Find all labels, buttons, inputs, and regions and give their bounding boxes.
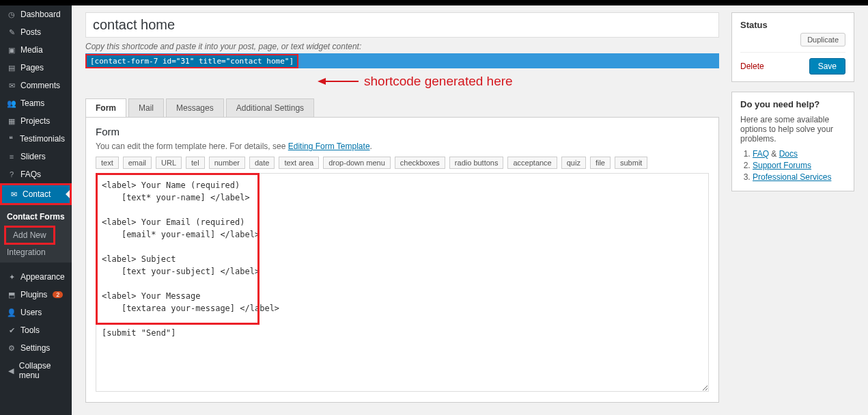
main-content: Copy this shortcode and paste it into yo…: [72, 5, 868, 415]
help-title: Do you need help?: [740, 99, 845, 109]
sidebar-item-label: Posts: [20, 27, 41, 37]
collapse-icon: ◀: [7, 366, 15, 375]
status-title: Status: [740, 20, 845, 30]
tag-btn-url[interactable]: URL: [156, 157, 182, 169]
submenu-heading: Contact Forms: [0, 208, 72, 226]
gauge-icon: ◷: [7, 10, 16, 19]
sidebar-item-label: Plugins: [20, 290, 47, 299]
sidebar-item-tools[interactable]: ✔Tools: [0, 321, 72, 339]
sidebar-submenu: Contact Forms Add New Integration: [0, 205, 72, 263]
sidebar-item-label: FAQs: [20, 170, 41, 179]
tag-btn-checkboxes[interactable]: checkboxes: [395, 157, 445, 169]
shortcode-text[interactable]: [contact-form-7 id="31" title="contact h…: [85, 54, 298, 68]
tab-mail[interactable]: Mail: [128, 98, 164, 117]
sidebar-item-plugins[interactable]: ⬒Plugins2: [0, 286, 72, 304]
help-item-faq-docs: FAQ & Docs: [753, 149, 845, 159]
help-link-pro[interactable]: Professional Services: [753, 172, 831, 182]
sidebar-item-faqs[interactable]: ?FAQs: [0, 165, 72, 183]
help-link-docs[interactable]: Docs: [779, 149, 798, 159]
submenu-item-integration[interactable]: Integration: [0, 245, 72, 260]
sidebar-item-sliders[interactable]: ≡Sliders: [0, 148, 72, 165]
tag-btn-number[interactable]: number: [209, 157, 245, 169]
tag-btn-tel[interactable]: tel: [186, 157, 205, 169]
tag-btn-textarea[interactable]: text area: [279, 157, 319, 169]
sidebar-item-label: Media: [20, 45, 43, 55]
plug-icon: ⬒: [7, 291, 16, 299]
tag-btn-submit[interactable]: submit: [615, 157, 647, 169]
tag-generator-buttons: text email URL tel number date text area…: [96, 157, 709, 169]
shortcode-hint: Copy this shortcode and paste it into yo…: [85, 42, 719, 51]
user-icon: 👤: [7, 308, 16, 317]
sidebar-item-media[interactable]: ▣Media: [0, 41, 72, 59]
form-title-input[interactable]: [85, 12, 719, 38]
status-postbox: Status Duplicate Delete Save: [731, 12, 854, 82]
duplicate-button[interactable]: Duplicate: [800, 33, 845, 46]
tag-btn-quiz[interactable]: quiz: [561, 157, 586, 169]
arrow-icon: [318, 77, 359, 86]
shortcode-bar[interactable]: [contact-form-7 id="31" title="contact h…: [85, 53, 719, 68]
sidebar-item-pages[interactable]: ▤Pages: [0, 59, 72, 77]
tab-form[interactable]: Form: [85, 98, 126, 117]
sidebar-item-appearance[interactable]: ✦Appearance: [0, 268, 72, 286]
tag-btn-text[interactable]: text: [96, 157, 119, 169]
annotation-arrow: shortcode generated here: [318, 74, 719, 89]
form-template-textarea[interactable]: [96, 173, 709, 392]
tab-messages[interactable]: Messages: [166, 98, 224, 117]
pages-icon: ▤: [7, 64, 16, 72]
help-item-pro: Professional Services: [753, 172, 845, 182]
mail-icon: ✉: [9, 190, 18, 199]
help-link-faq[interactable]: FAQ: [753, 149, 769, 159]
slider-icon: ≡: [7, 152, 16, 161]
faq-icon: ?: [7, 170, 16, 178]
sidebar-item-label: Contact: [23, 189, 51, 199]
help-link-support[interactable]: Support Forums: [753, 161, 811, 170]
sidebar-item-label: Appearance: [20, 272, 65, 282]
pin-icon: ✎: [7, 28, 16, 37]
tab-additional-settings[interactable]: Additional Settings: [226, 98, 314, 117]
sidebar-item-label: Users: [20, 308, 42, 317]
sidebar-item-users[interactable]: 👤Users: [0, 304, 72, 321]
annotation-text: shortcode generated here: [364, 74, 513, 89]
editing-template-link[interactable]: Editing Form Template: [288, 142, 370, 151]
sidebar-item-label: Dashboard: [20, 10, 61, 19]
tag-btn-email[interactable]: email: [123, 157, 152, 169]
tag-btn-file[interactable]: file: [590, 157, 611, 169]
help-list: FAQ & Docs Support Forums Professional S…: [740, 149, 845, 182]
sidebar-item-label: Tools: [20, 325, 40, 335]
sidebar-item-teams[interactable]: 👥Teams: [0, 94, 72, 112]
comment-icon: ✉: [7, 81, 16, 90]
plugin-update-badge: 2: [53, 291, 63, 298]
submenu-item-add-new[interactable]: Add New: [4, 226, 55, 245]
help-item-support: Support Forums: [753, 161, 845, 170]
sidebar-item-label: Testimonials: [20, 134, 65, 144]
sidebar-item-settings[interactable]: ⚙Settings: [0, 339, 72, 357]
sidebar-item-testimonials[interactable]: ❝Testimonials: [0, 130, 72, 148]
sidebar-item-posts[interactable]: ✎Posts: [0, 23, 72, 41]
help-intro: Here are some available options to help …: [740, 115, 845, 144]
brush-icon: ✦: [7, 273, 16, 282]
sidebar-item-dashboard[interactable]: ◷Dashboard: [0, 5, 72, 23]
quote-icon: ❝: [7, 135, 16, 144]
tag-btn-radio[interactable]: radio buttons: [449, 157, 504, 169]
sidebar-item-contact[interactable]: ✉Contact: [0, 183, 72, 205]
sidebar-item-label: Settings: [20, 343, 50, 353]
svg-marker-1: [318, 78, 326, 85]
admin-topbar: [0, 0, 868, 5]
tag-btn-dropdown[interactable]: drop-down menu: [323, 157, 391, 169]
tag-btn-acceptance[interactable]: acceptance: [507, 157, 557, 169]
sidebar-item-projects[interactable]: ▦Projects: [0, 112, 72, 130]
gear-icon: ⚙: [7, 344, 16, 353]
sidebar-item-label: Projects: [20, 116, 50, 126]
panel-description: You can edit the form template here. For…: [96, 142, 709, 151]
project-icon: ▦: [7, 117, 16, 126]
panel-title: Form: [96, 126, 709, 137]
sidebar-item-collapse[interactable]: ◀Collapse menu: [0, 357, 72, 384]
tag-btn-date[interactable]: date: [249, 157, 275, 169]
delete-link[interactable]: Delete: [740, 62, 764, 71]
status-save-button[interactable]: Save: [809, 58, 845, 75]
admin-sidebar: ◷Dashboard ✎Posts ▣Media ▤Pages ✉Comment…: [0, 5, 72, 415]
form-panel: Form You can edit the form template here…: [85, 118, 719, 403]
sidebar-item-comments[interactable]: ✉Comments: [0, 77, 72, 94]
editor-tabs: Form Mail Messages Additional Settings: [85, 98, 719, 118]
sidebar-item-label: Comments: [20, 81, 60, 90]
